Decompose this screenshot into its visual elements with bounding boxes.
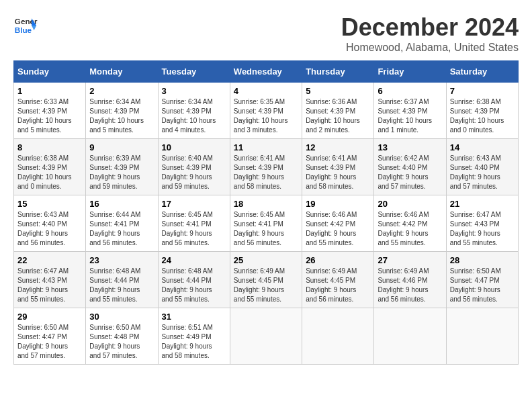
day-number: 29 bbox=[17, 312, 82, 322]
day-cell: 21Sunrise: 6:47 AM Sunset: 4:43 PM Dayli… bbox=[446, 195, 518, 252]
day-cell: 14Sunrise: 6:43 AM Sunset: 4:40 PM Dayli… bbox=[446, 139, 518, 195]
day-number: 15 bbox=[17, 199, 82, 209]
day-info: Sunrise: 6:46 AM Sunset: 4:42 PM Dayligh… bbox=[306, 210, 370, 248]
day-cell bbox=[230, 308, 302, 365]
day-info: Sunrise: 6:49 AM Sunset: 4:46 PM Dayligh… bbox=[378, 267, 442, 304]
day-info: Sunrise: 6:49 AM Sunset: 4:45 PM Dayligh… bbox=[306, 267, 370, 304]
logo-icon: General Blue bbox=[13, 13, 38, 38]
week-row-3: 15Sunrise: 6:43 AM Sunset: 4:40 PM Dayli… bbox=[14, 195, 519, 252]
header-cell-wednesday: Wednesday bbox=[230, 61, 302, 83]
day-cell: 27Sunrise: 6:49 AM Sunset: 4:46 PM Dayli… bbox=[374, 252, 446, 308]
day-info: Sunrise: 6:33 AM Sunset: 4:39 PM Dayligh… bbox=[17, 97, 82, 135]
day-info: Sunrise: 6:48 AM Sunset: 4:44 PM Dayligh… bbox=[89, 267, 154, 304]
day-cell: 28Sunrise: 6:50 AM Sunset: 4:47 PM Dayli… bbox=[446, 252, 518, 308]
header: General Blue December 2024 Homewood, Ala… bbox=[13, 13, 519, 54]
day-info: Sunrise: 6:48 AM Sunset: 4:44 PM Dayligh… bbox=[162, 267, 226, 304]
day-cell: 16Sunrise: 6:44 AM Sunset: 4:41 PM Dayli… bbox=[86, 195, 158, 252]
day-cell: 29Sunrise: 6:50 AM Sunset: 4:47 PM Dayli… bbox=[14, 308, 86, 365]
calendar-body: 1Sunrise: 6:33 AM Sunset: 4:39 PM Daylig… bbox=[14, 83, 519, 365]
day-info: Sunrise: 6:42 AM Sunset: 4:40 PM Dayligh… bbox=[378, 154, 442, 191]
day-cell: 30Sunrise: 6:50 AM Sunset: 4:48 PM Dayli… bbox=[86, 308, 158, 365]
day-cell bbox=[446, 308, 518, 365]
day-cell: 26Sunrise: 6:49 AM Sunset: 4:45 PM Dayli… bbox=[302, 252, 374, 308]
day-cell: 10Sunrise: 6:40 AM Sunset: 4:39 PM Dayli… bbox=[158, 139, 230, 195]
day-cell: 24Sunrise: 6:48 AM Sunset: 4:44 PM Dayli… bbox=[158, 252, 230, 308]
day-number: 21 bbox=[450, 199, 515, 209]
day-number: 6 bbox=[378, 86, 442, 96]
day-info: Sunrise: 6:50 AM Sunset: 4:47 PM Dayligh… bbox=[17, 323, 82, 361]
day-info: Sunrise: 6:39 AM Sunset: 4:39 PM Dayligh… bbox=[89, 154, 154, 191]
svg-text:Blue: Blue bbox=[15, 26, 32, 34]
day-info: Sunrise: 6:38 AM Sunset: 4:39 PM Dayligh… bbox=[17, 154, 82, 191]
day-cell: 9Sunrise: 6:39 AM Sunset: 4:39 PM Daylig… bbox=[86, 139, 158, 195]
day-cell: 7Sunrise: 6:38 AM Sunset: 4:39 PM Daylig… bbox=[446, 83, 518, 139]
svg-marker-3 bbox=[32, 26, 36, 30]
header-cell-saturday: Saturday bbox=[446, 61, 518, 83]
calendar-header: SundayMondayTuesdayWednesdayThursdayFrid… bbox=[14, 61, 519, 83]
day-info: Sunrise: 6:47 AM Sunset: 4:43 PM Dayligh… bbox=[17, 267, 82, 304]
day-number: 3 bbox=[162, 86, 226, 96]
day-number: 31 bbox=[162, 312, 226, 322]
day-number: 30 bbox=[89, 312, 154, 322]
day-info: Sunrise: 6:49 AM Sunset: 4:45 PM Dayligh… bbox=[234, 267, 298, 304]
day-number: 11 bbox=[234, 142, 298, 152]
day-cell: 11Sunrise: 6:41 AM Sunset: 4:39 PM Dayli… bbox=[230, 139, 302, 195]
day-number: 8 bbox=[17, 142, 82, 152]
day-number: 24 bbox=[162, 255, 226, 265]
day-number: 4 bbox=[234, 86, 298, 96]
day-info: Sunrise: 6:36 AM Sunset: 4:39 PM Dayligh… bbox=[306, 97, 370, 135]
day-info: Sunrise: 6:50 AM Sunset: 4:47 PM Dayligh… bbox=[450, 267, 515, 304]
day-number: 14 bbox=[450, 142, 515, 152]
day-number: 7 bbox=[450, 86, 515, 96]
week-row-1: 1Sunrise: 6:33 AM Sunset: 4:39 PM Daylig… bbox=[14, 83, 519, 139]
day-cell: 18Sunrise: 6:45 AM Sunset: 4:41 PM Dayli… bbox=[230, 195, 302, 252]
day-number: 16 bbox=[89, 199, 154, 209]
calendar: SundayMondayTuesdayWednesdayThursdayFrid… bbox=[13, 60, 519, 365]
day-cell: 22Sunrise: 6:47 AM Sunset: 4:43 PM Dayli… bbox=[14, 252, 86, 308]
day-number: 23 bbox=[89, 255, 154, 265]
day-number: 5 bbox=[306, 86, 370, 96]
day-info: Sunrise: 6:50 AM Sunset: 4:48 PM Dayligh… bbox=[89, 323, 154, 361]
day-info: Sunrise: 6:47 AM Sunset: 4:43 PM Dayligh… bbox=[450, 210, 515, 248]
day-cell: 15Sunrise: 6:43 AM Sunset: 4:40 PM Dayli… bbox=[14, 195, 86, 252]
week-row-2: 8Sunrise: 6:38 AM Sunset: 4:39 PM Daylig… bbox=[14, 139, 519, 195]
day-number: 26 bbox=[306, 255, 370, 265]
day-cell: 12Sunrise: 6:41 AM Sunset: 4:39 PM Dayli… bbox=[302, 139, 374, 195]
day-number: 18 bbox=[234, 199, 298, 209]
day-cell bbox=[302, 308, 374, 365]
main-title: December 2024 bbox=[341, 13, 519, 42]
day-cell: 6Sunrise: 6:37 AM Sunset: 4:39 PM Daylig… bbox=[374, 83, 446, 139]
header-cell-thursday: Thursday bbox=[302, 61, 374, 83]
day-cell bbox=[374, 308, 446, 365]
day-cell: 8Sunrise: 6:38 AM Sunset: 4:39 PM Daylig… bbox=[14, 139, 86, 195]
day-number: 2 bbox=[89, 86, 154, 96]
day-info: Sunrise: 6:43 AM Sunset: 4:40 PM Dayligh… bbox=[17, 210, 82, 248]
day-info: Sunrise: 6:51 AM Sunset: 4:49 PM Dayligh… bbox=[162, 323, 226, 361]
title-area: December 2024 Homewood, Alabama, United … bbox=[341, 13, 519, 54]
day-info: Sunrise: 6:45 AM Sunset: 4:41 PM Dayligh… bbox=[234, 210, 298, 248]
subtitle: Homewood, Alabama, United States bbox=[341, 42, 519, 54]
logo: General Blue bbox=[13, 13, 38, 38]
day-info: Sunrise: 6:45 AM Sunset: 4:41 PM Dayligh… bbox=[162, 210, 226, 248]
week-row-5: 29Sunrise: 6:50 AM Sunset: 4:47 PM Dayli… bbox=[14, 308, 519, 365]
day-info: Sunrise: 6:34 AM Sunset: 4:39 PM Dayligh… bbox=[162, 97, 226, 135]
header-cell-tuesday: Tuesday bbox=[158, 61, 230, 83]
day-number: 17 bbox=[162, 199, 226, 209]
day-info: Sunrise: 6:38 AM Sunset: 4:39 PM Dayligh… bbox=[450, 97, 515, 135]
header-row: SundayMondayTuesdayWednesdayThursdayFrid… bbox=[14, 61, 519, 83]
day-number: 19 bbox=[306, 199, 370, 209]
day-info: Sunrise: 6:41 AM Sunset: 4:39 PM Dayligh… bbox=[306, 154, 370, 191]
day-number: 10 bbox=[162, 142, 226, 152]
day-number: 12 bbox=[306, 142, 370, 152]
day-info: Sunrise: 6:35 AM Sunset: 4:39 PM Dayligh… bbox=[234, 97, 298, 135]
day-info: Sunrise: 6:37 AM Sunset: 4:39 PM Dayligh… bbox=[378, 97, 442, 135]
day-cell: 19Sunrise: 6:46 AM Sunset: 4:42 PM Dayli… bbox=[302, 195, 374, 252]
header-cell-sunday: Sunday bbox=[14, 61, 86, 83]
week-row-4: 22Sunrise: 6:47 AM Sunset: 4:43 PM Dayli… bbox=[14, 252, 519, 308]
day-cell: 20Sunrise: 6:46 AM Sunset: 4:42 PM Dayli… bbox=[374, 195, 446, 252]
day-info: Sunrise: 6:44 AM Sunset: 4:41 PM Dayligh… bbox=[89, 210, 154, 248]
day-cell: 5Sunrise: 6:36 AM Sunset: 4:39 PM Daylig… bbox=[302, 83, 374, 139]
day-cell: 3Sunrise: 6:34 AM Sunset: 4:39 PM Daylig… bbox=[158, 83, 230, 139]
day-cell: 17Sunrise: 6:45 AM Sunset: 4:41 PM Dayli… bbox=[158, 195, 230, 252]
day-number: 1 bbox=[17, 86, 82, 96]
